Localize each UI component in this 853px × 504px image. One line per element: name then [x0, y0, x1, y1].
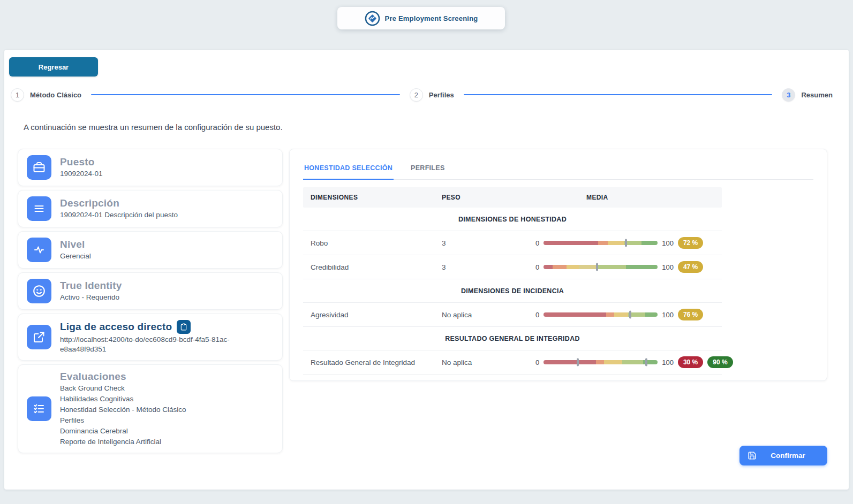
media-bar-marker: [596, 263, 598, 271]
summary-card-title: True Identity: [60, 280, 122, 292]
summary-cards: Puesto19092024-01Descripción19092024-01 …: [18, 149, 283, 453]
media-bar-track: [543, 312, 658, 317]
score-badge: 30 %: [678, 356, 703, 368]
summary-card-nivel: NivelGerencial: [18, 231, 283, 269]
stepper-connector: [91, 94, 400, 95]
media-bar-segment: [624, 241, 641, 245]
app-title: Pre Employment Screening: [385, 14, 478, 22]
media-bar-segment: [608, 241, 625, 245]
summary-card-body: Liga de acceso directohttp://localhost:4…: [60, 320, 274, 354]
summary-card-title-row: Puesto: [60, 156, 103, 168]
checklist-icon: [27, 396, 51, 421]
peso-cell: 3: [434, 263, 535, 271]
tab-honestidad-seleccion[interactable]: HONESTIDAD SELECCIÓN: [303, 161, 394, 180]
dimension-cell: Agresividad: [311, 311, 434, 319]
table-header-row: DIMENSIONES PESO MEDIA: [303, 187, 722, 208]
summary-card-line: http://localhost:4200/to-do/ec608cd9-bcd…: [60, 335, 274, 354]
summary-card-line: Reporte de Inteligencia Artificial: [60, 437, 186, 447]
dimension-cell: Credibilidad: [311, 263, 434, 271]
peso-cell: No aplica: [434, 358, 535, 366]
summary-card-title: Liga de acceso directo: [60, 321, 172, 333]
dimension-cell: Resultado General de Integridad: [311, 358, 434, 366]
media-bar-marker: [629, 311, 631, 319]
tab-bar: HONESTIDAD SELECCIÓNPERFILES: [303, 161, 813, 180]
stepper-step-metodo-clasico[interactable]: 1Método Clásico: [11, 88, 81, 102]
table-section-title-dimensiones-de-incidencia: DIMENSIONES DE INCIDENCIA: [303, 279, 722, 303]
summary-card-body: Descripción19092024-01 Descripción del p…: [60, 197, 178, 220]
score-badge: 76 %: [678, 309, 703, 320]
scale-min-label: 0: [535, 358, 539, 366]
summary-card-body: EvaluacionesBack Ground CheckHabilidades…: [60, 371, 186, 447]
scale-max-label: 100: [662, 358, 674, 366]
step-label: Perfiles: [429, 91, 454, 99]
media-cell: 010030 %90 %: [535, 356, 733, 368]
media-cell: 010072 %: [535, 237, 722, 249]
table-row-credibilidad: Credibilidad3010047 %: [303, 255, 722, 279]
media-bar-marker: [645, 358, 647, 366]
summary-card-title-row: True Identity: [60, 280, 122, 292]
media-bar-segment: [543, 265, 553, 269]
media-bar: [543, 265, 658, 269]
results-panel: HONESTIDAD SELECCIÓNPERFILES DIMENSIONES…: [289, 149, 827, 381]
media-bar-track: [543, 360, 658, 364]
summary-card-line: Back Ground Check: [60, 384, 186, 393]
media-bar: [543, 312, 658, 317]
summary-card-title: Nivel: [60, 239, 85, 250]
dimensions-table: DIMENSIONES PESO MEDIA DIMENSIONES DE HO…: [303, 187, 722, 375]
table-section-title-dimensiones-de-honestidad: DIMENSIONES DE HONESTIDAD: [303, 208, 722, 231]
media-bar-marker: [577, 358, 579, 366]
table-row-resultado-general-de-integridad: Resultado General de IntegridadNo aplica…: [303, 350, 722, 375]
media-bar-segment: [626, 265, 658, 269]
summary-card-line: Dominancia Cerebral: [60, 426, 186, 436]
media-bar-segment: [645, 312, 658, 317]
summary-card-true-identity: True IdentityActivo - Requerido: [18, 272, 283, 310]
media-bar: [543, 241, 658, 245]
media-bar-segment: [604, 360, 622, 364]
step-number: 3: [782, 88, 795, 102]
list-icon: [27, 196, 51, 221]
summary-card-line: Gerencial: [60, 251, 91, 261]
summary-card-title-row: Evaluaciones: [60, 371, 186, 383]
app-header-logo-card: Pre Employment Screening: [337, 7, 505, 29]
back-button[interactable]: Regresar: [9, 57, 98, 77]
summary-card-line: 19092024-01: [60, 169, 103, 179]
media-bar-segment: [543, 312, 606, 317]
smiley-icon: [27, 279, 51, 303]
column-header-peso: PESO: [434, 194, 535, 201]
confirm-button[interactable]: Confirmar: [739, 446, 827, 465]
media-bar-segment: [641, 241, 658, 245]
stepper-step-resumen[interactable]: 3Resumen: [782, 88, 833, 102]
media-bar-segment: [543, 360, 596, 364]
score-badge: 47 %: [678, 261, 703, 273]
stepper-step-perfiles[interactable]: 2Perfiles: [410, 88, 454, 102]
step-number: 2: [410, 88, 423, 102]
media-bar-segment: [553, 265, 567, 269]
score-badge: 90 %: [707, 356, 733, 368]
media-bar-segment: [567, 265, 579, 269]
copy-link-button[interactable]: [177, 320, 191, 334]
scale-max-label: 100: [662, 239, 674, 247]
score-badge: 72 %: [678, 237, 703, 249]
media-bar-segment: [614, 312, 628, 317]
media-bar-track: [543, 265, 658, 269]
summary-card-liga-de-acceso-directo: Liga de acceso directohttp://localhost:4…: [18, 314, 283, 361]
peso-cell: 3: [434, 239, 535, 247]
tab-perfiles[interactable]: PERFILES: [410, 161, 446, 180]
save-icon: [748, 451, 757, 460]
summary-card-body: True IdentityActivo - Requerido: [60, 280, 122, 302]
media-bar-segment: [579, 265, 597, 269]
external-link-icon: [27, 325, 51, 349]
media-bar-segment: [597, 265, 625, 269]
summary-card-line: Activo - Requerido: [60, 293, 122, 302]
summary-card-line: 19092024-01 Descripción del puesto: [60, 210, 178, 220]
app-logo-icon: [365, 11, 380, 26]
dimension-cell: Robo: [311, 239, 434, 247]
clipboard-icon: [180, 323, 187, 331]
media-bar-segment: [622, 360, 643, 364]
table-row-agresividad: AgresividadNo aplica010076 %: [303, 303, 722, 327]
column-header-media: MEDIA: [535, 194, 722, 201]
step-label: Resumen: [801, 91, 833, 99]
step-number: 1: [11, 88, 24, 102]
table-section-title-resultado-general-de-integridad: RESULTADO GENERAL DE INTEGRIDAD: [303, 327, 722, 350]
stepper: 1Método Clásico2Perfiles3Resumen: [11, 87, 833, 102]
